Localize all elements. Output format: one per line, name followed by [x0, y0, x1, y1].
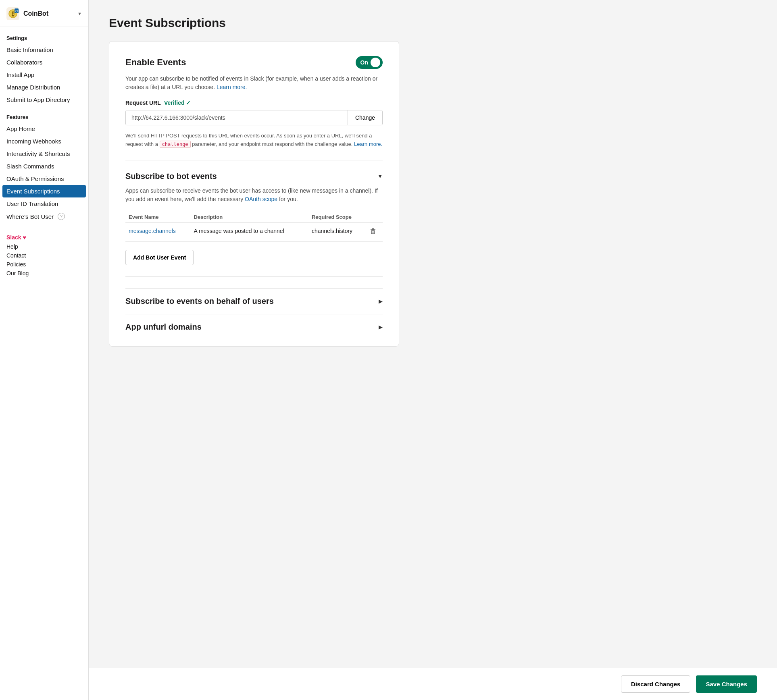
sidebar-item-install-app[interactable]: Install App: [0, 69, 88, 81]
bot-events-title: Subscribe to bot events: [125, 172, 217, 181]
enable-events-toggle[interactable]: On: [356, 56, 383, 69]
enable-events-description: Your app can subscribe to be notified of…: [125, 75, 383, 91]
http-post-note: We'll send HTTP POST requests to this UR…: [125, 132, 383, 149]
add-bot-event-button[interactable]: Add Bot User Event: [125, 250, 194, 265]
app-header[interactable]: ₿ 🛡 CoinBot ▼: [0, 0, 88, 27]
sidebar-item-app-home[interactable]: App Home: [0, 123, 88, 135]
svg-text:₿: ₿: [12, 11, 15, 17]
footer-link-our-blog[interactable]: Our Blog: [6, 269, 82, 278]
subscribe-users-expand-arrow: ▶: [379, 298, 383, 304]
sidebar-item-incoming-webhooks[interactable]: Incoming Webhooks: [0, 135, 88, 147]
coinbot-icon: ₿ 🛡: [6, 7, 19, 20]
sidebar-item-basic-information[interactable]: Basic Information: [0, 44, 88, 56]
sidebar-item-user-id-translation[interactable]: User ID Translation: [0, 197, 88, 210]
slack-love: Slack ♥: [6, 234, 82, 241]
sidebar-footer: Slack ♥ Help Contact Policies Our Blog: [0, 231, 88, 281]
features-nav: App Home Incoming Webhooks Interactivity…: [0, 123, 88, 223]
request-url-input[interactable]: [126, 110, 348, 125]
learn-more-link-1[interactable]: Learn more.: [217, 84, 247, 90]
toggle-knob: [371, 58, 380, 67]
col-event-name: Event Name: [125, 212, 191, 223]
sidebar-item-wheres-bot-user[interactable]: Where's Bot User ?: [0, 210, 88, 223]
footer-link-help[interactable]: Help: [6, 242, 82, 251]
event-subscriptions-card: Enable Events On Your app can subscribe …: [109, 41, 399, 347]
svg-text:🛡: 🛡: [15, 10, 18, 13]
settings-section-label: Settings: [0, 27, 88, 44]
discard-changes-button[interactable]: Discard Changes: [621, 675, 691, 693]
col-actions: [366, 212, 383, 223]
page-title: Event Subscriptions: [109, 16, 757, 30]
sidebar-item-interactivity-shortcuts[interactable]: Interactivity & Shortcuts: [0, 147, 88, 160]
save-changes-button[interactable]: Save Changes: [696, 675, 757, 693]
url-input-row: Change: [125, 110, 383, 125]
bot-events-section-header[interactable]: Subscribe to bot events ▼: [125, 172, 383, 181]
sidebar-item-collaborators[interactable]: Collaborators: [0, 56, 88, 69]
features-section-label: Features: [0, 106, 88, 123]
settings-nav: Basic Information Collaborators Install …: [0, 44, 88, 106]
divider-2: [125, 276, 383, 277]
col-required-scope: Required Scope: [308, 212, 366, 223]
app-unfurl-header[interactable]: App unfurl domains ▶: [125, 322, 383, 332]
app-dropdown-arrow: ▼: [77, 11, 82, 16]
app-name: CoinBot: [23, 10, 73, 17]
delete-event-icon[interactable]: [369, 229, 377, 236]
event-description-cell: A message was posted to a channel: [191, 222, 308, 241]
bot-events-collapse-arrow: ▼: [377, 173, 383, 179]
app-unfurl-title: App unfurl domains: [125, 322, 202, 332]
enable-events-title: Enable Events: [125, 57, 186, 68]
sidebar-item-slash-commands[interactable]: Slash Commands: [0, 160, 88, 172]
verified-badge: Verified ✓: [164, 100, 191, 106]
subscribe-users-section: Subscribe to events on behalf of users ▶: [125, 288, 383, 314]
table-row: message.channels A message was posted to…: [125, 222, 383, 241]
request-url-label: Request URL Verified ✓: [125, 100, 383, 106]
main-content: Event Subscriptions Enable Events On You…: [89, 0, 777, 700]
oauth-scope-link[interactable]: OAuth scope: [245, 196, 277, 202]
event-name-cell: message.channels: [125, 222, 191, 241]
bot-events-table: Event Name Description Required Scope me…: [125, 212, 383, 242]
subscribe-users-title: Subscribe to events on behalf of users: [125, 297, 274, 306]
svg-rect-7: [372, 228, 374, 230]
event-name-link[interactable]: message.channels: [129, 228, 176, 234]
sidebar: ₿ 🛡 CoinBot ▼ Settings Basic Information…: [0, 0, 89, 700]
footer-link-policies[interactable]: Policies: [6, 260, 82, 269]
event-scope-cell: channels:history: [308, 222, 366, 241]
sidebar-item-event-subscriptions[interactable]: Event Subscriptions: [2, 185, 86, 197]
svg-rect-5: [371, 231, 375, 234]
sidebar-item-manage-distribution[interactable]: Manage Distribution: [0, 81, 88, 93]
divider-1: [125, 160, 383, 160]
change-url-button[interactable]: Change: [348, 110, 382, 125]
subscribe-users-header[interactable]: Subscribe to events on behalf of users ▶: [125, 297, 383, 306]
enable-events-header: Enable Events On: [125, 56, 383, 69]
learn-more-link-2[interactable]: Learn more.: [354, 141, 382, 147]
toggle-on-label: On: [360, 59, 368, 66]
sidebar-item-oauth-permissions[interactable]: OAuth & Permissions: [0, 172, 88, 185]
app-unfurl-section: App unfurl domains ▶: [125, 314, 383, 332]
bot-events-description: Apps can subscribe to receive events the…: [125, 187, 383, 204]
app-unfurl-expand-arrow: ▶: [379, 324, 383, 330]
sidebar-item-submit-to-app-directory[interactable]: Submit to App Directory: [0, 93, 88, 106]
col-description: Description: [191, 212, 308, 223]
footer-link-contact[interactable]: Contact: [6, 251, 82, 260]
bottom-bar: Discard Changes Save Changes: [89, 668, 777, 700]
challenge-badge: challenge: [160, 141, 191, 148]
event-delete-cell: [366, 222, 383, 241]
help-circle-icon: ?: [58, 213, 65, 220]
